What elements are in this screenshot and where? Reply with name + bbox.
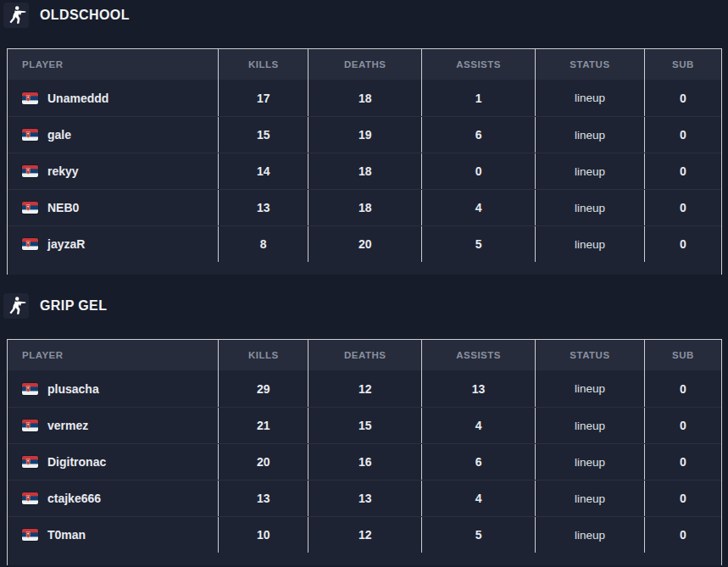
deaths-value: 19 [308, 117, 422, 153]
kills-value: 15 [219, 117, 308, 153]
kills-value: 21 [219, 408, 308, 443]
assists-value: 1 [422, 80, 536, 116]
column-header-player: PLAYER [8, 49, 219, 80]
kills-value: 8 [219, 226, 308, 262]
player-name: T0man [47, 528, 86, 542]
serbia-flag-icon [22, 529, 38, 541]
kills-value: 14 [219, 153, 308, 189]
deaths-value: 18 [308, 80, 422, 116]
column-header-assists: ASSISTS [422, 49, 536, 80]
column-header-deaths: DEATHS [308, 340, 422, 370]
status-value: lineup [536, 190, 645, 225]
status-value: lineup [536, 481, 645, 516]
team-header: GRIP GEL [3, 293, 728, 319]
table-row[interactable]: ctajke666 13 13 4 lineup 0 [8, 480, 721, 516]
player-name: Digitronac [47, 455, 106, 469]
assists-value: 4 [422, 481, 536, 516]
serbia-flag-icon [22, 420, 38, 431]
team-header: OLDSCHOOL [3, 3, 728, 28]
sub-value: 0 [645, 117, 721, 153]
player-name: vermez [47, 419, 88, 432]
deaths-value: 20 [308, 226, 422, 262]
table-row[interactable]: NEB0 13 18 4 lineup 0 [8, 189, 721, 225]
table-row[interactable]: Digitronac 20 16 6 lineup 0 [8, 443, 721, 480]
table-row[interactable]: T0man 10 12 5 lineup 0 [8, 516, 721, 553]
sub-value: 0 [645, 80, 721, 116]
team-name: OLDSCHOOL [40, 8, 130, 23]
kills-value: 13 [219, 190, 308, 225]
status-value: lineup [536, 80, 645, 116]
deaths-value: 12 [308, 517, 422, 553]
team-name: GRIP GEL [40, 298, 107, 314]
status-value: lineup [536, 370, 645, 407]
serbia-flag-icon [22, 202, 38, 214]
sub-value: 0 [645, 370, 721, 407]
table-header-row: PLAYER KILLS DEATHS ASSISTS STATUS SUB [8, 340, 721, 370]
deaths-value: 13 [308, 481, 422, 516]
player-name: gale [47, 128, 71, 142]
kills-value: 29 [219, 370, 308, 407]
deaths-value: 15 [308, 408, 422, 443]
sub-value: 0 [645, 444, 721, 480]
player-name: NEB0 [47, 201, 79, 214]
deaths-value: 18 [308, 153, 422, 189]
assists-value: 6 [422, 444, 536, 480]
table-row[interactable]: Unameddd 17 18 1 lineup 0 [8, 80, 721, 116]
cs-player-icon [3, 293, 29, 319]
column-header-sub: SUB [645, 340, 721, 370]
assists-value: 5 [422, 226, 536, 262]
column-header-kills: KILLS [219, 340, 308, 370]
serbia-flag-icon [22, 383, 38, 395]
assists-value: 13 [422, 370, 536, 407]
status-value: lineup [536, 408, 645, 443]
cs-player-icon [3, 3, 29, 28]
sub-value: 0 [645, 408, 721, 443]
team-section-oldschool: OLDSCHOOL PLAYER KILLS DEATHS ASSISTS ST… [0, 0, 728, 275]
kills-value: 20 [219, 444, 308, 480]
stats-table: PLAYER KILLS DEATHS ASSISTS STATUS SUB U… [7, 48, 722, 275]
team-section-grip-gel: GRIP GEL PLAYER KILLS DEATHS ASSISTS STA… [0, 293, 728, 565]
stats-table: PLAYER KILLS DEATHS ASSISTS STATUS SUB p… [7, 339, 722, 565]
serbia-flag-icon [22, 238, 38, 250]
serbia-flag-icon [22, 492, 38, 504]
column-header-kills: KILLS [219, 49, 308, 80]
column-header-status: STATUS [536, 340, 645, 370]
status-value: lineup [536, 517, 645, 553]
kills-value: 13 [219, 481, 308, 516]
deaths-value: 12 [308, 370, 422, 407]
player-name: rekyy [47, 164, 79, 178]
serbia-flag-icon [22, 456, 38, 468]
column-header-status: STATUS [536, 49, 645, 80]
sub-value: 0 [645, 153, 721, 189]
sub-value: 0 [645, 226, 721, 262]
player-name: ctajke666 [47, 492, 101, 505]
status-value: lineup [536, 444, 645, 480]
serbia-flag-icon [22, 129, 38, 141]
table-row[interactable]: rekyy 14 18 0 lineup 0 [8, 153, 721, 189]
player-name: Unameddd [47, 92, 108, 105]
serbia-flag-icon [22, 165, 38, 177]
assists-value: 5 [422, 517, 536, 553]
table-row[interactable]: jayzaR 8 20 5 lineup 0 [8, 225, 721, 262]
table-row[interactable]: gale 15 19 6 lineup 0 [8, 116, 721, 153]
table-row[interactable]: vermez 21 15 4 lineup 0 [8, 407, 721, 443]
deaths-value: 18 [308, 190, 422, 225]
sub-value: 0 [645, 190, 721, 225]
assists-value: 0 [422, 153, 536, 189]
assists-value: 6 [422, 117, 536, 153]
deaths-value: 16 [308, 444, 422, 480]
player-name: jayzaR [47, 237, 85, 251]
kills-value: 17 [219, 80, 308, 116]
serbia-flag-icon [22, 92, 38, 104]
column-header-deaths: DEATHS [308, 49, 422, 80]
sub-value: 0 [645, 481, 721, 516]
status-value: lineup [536, 153, 645, 189]
sub-value: 0 [645, 517, 721, 553]
column-header-player: PLAYER [8, 340, 219, 370]
column-header-sub: SUB [645, 49, 721, 80]
table-row[interactable]: plusacha 29 12 13 lineup 0 [8, 370, 721, 407]
status-value: lineup [536, 117, 645, 153]
kills-value: 10 [219, 517, 308, 553]
table-header-row: PLAYER KILLS DEATHS ASSISTS STATUS SUB [8, 49, 721, 80]
assists-value: 4 [422, 408, 536, 443]
